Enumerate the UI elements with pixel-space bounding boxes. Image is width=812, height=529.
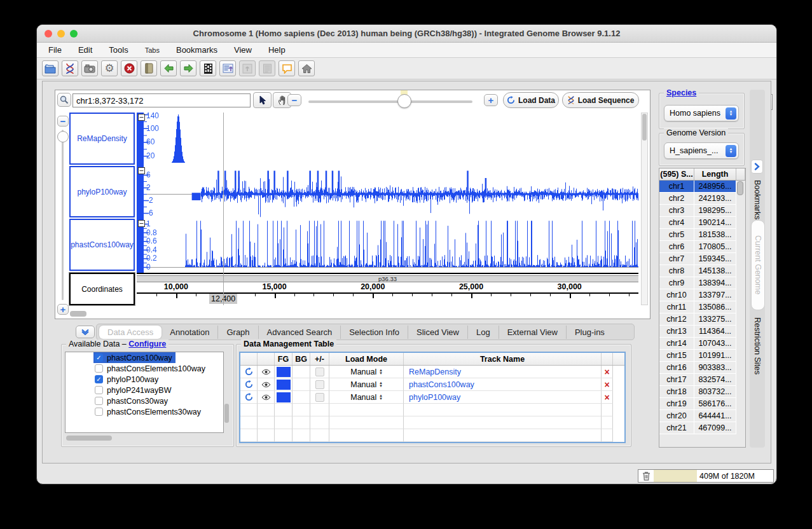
export-track-button[interactable] (219, 60, 236, 76)
sequence-table-scrollbar-thumb[interactable] (737, 181, 743, 195)
refresh-track-button[interactable] (240, 366, 258, 378)
delete-track-button[interactable]: × (602, 366, 613, 378)
menu-help[interactable]: Help (268, 45, 286, 55)
strand-checkbox[interactable] (315, 380, 324, 389)
snapshot-button[interactable] (81, 60, 98, 76)
sequence-row[interactable]: chr6170805... (659, 241, 745, 253)
sequence-row[interactable]: chr1248956... (659, 181, 745, 193)
bg-color-cell[interactable] (292, 391, 310, 404)
home-button[interactable] (298, 60, 315, 76)
tab-sliced-view[interactable]: Sliced View (408, 326, 467, 339)
sequence-row[interactable]: chr12133275... (659, 313, 745, 326)
tab-annotation[interactable]: Annotation (162, 326, 217, 339)
checkbox[interactable] (95, 397, 103, 405)
fg-color-cell[interactable] (275, 378, 292, 391)
checkbox[interactable] (95, 408, 103, 416)
graph-tracks-canvas[interactable] (137, 113, 638, 273)
sequence-row[interactable]: chr7159345... (659, 253, 745, 265)
menu-tabs[interactable]: Tabs (145, 46, 160, 54)
track-name-link[interactable]: ReMapDensity (404, 366, 602, 378)
map-vertical-scrollbar[interactable] (641, 113, 648, 305)
sequence-row[interactable]: chr5181538... (659, 229, 745, 241)
vertical-zoom-thumb[interactable] (57, 131, 69, 142)
toggle-visibility-button[interactable] (258, 378, 275, 391)
tab-external-view[interactable]: External View (499, 326, 566, 339)
menu-file[interactable]: File (48, 45, 62, 55)
checkbox[interactable] (95, 364, 103, 373)
vertical-zoom-track[interactable] (62, 130, 64, 300)
strand-checkbox-cell[interactable] (310, 378, 329, 391)
list-item[interactable]: phastConsElements30way (65, 406, 223, 417)
select-tool-button[interactable] (253, 92, 272, 108)
stop-button[interactable] (121, 60, 137, 76)
refresh-track-button[interactable] (240, 391, 258, 404)
forward-button[interactable] (180, 60, 196, 76)
checkbox[interactable]: ✓ (95, 354, 103, 362)
filmstrip-button[interactable] (200, 60, 216, 76)
tab-log[interactable]: Log (467, 326, 499, 339)
refresh-track-button[interactable] (240, 378, 258, 391)
track-label-phastcons100way[interactable]: phastCons100way (69, 219, 135, 271)
list-item[interactable]: ✓phastCons100way (65, 352, 223, 363)
zoom-in-button[interactable]: + (484, 94, 498, 106)
sequence-row[interactable]: chr18803732... (659, 386, 745, 398)
sequence-row[interactable]: chr19586176... (659, 398, 745, 410)
list-item[interactable]: ✓phyloP100way (65, 374, 223, 385)
map-horizontal-scrollbar-thumb[interactable] (70, 311, 86, 317)
available-data-hscroll-thumb[interactable] (66, 436, 112, 441)
sequence-column-header[interactable]: (595) S... (659, 168, 694, 180)
toggle-visibility-button[interactable] (258, 391, 275, 404)
tab-graph[interactable]: Graph (217, 326, 258, 339)
configure-link[interactable]: Configure (128, 340, 166, 348)
sequence-row[interactable]: chr20644441... (659, 410, 745, 422)
track-label-coordinates[interactable]: Coordinates (69, 273, 135, 305)
zoom-slider-track[interactable] (308, 100, 472, 103)
fg-color-cell[interactable] (275, 366, 292, 378)
collapse-tabs-button[interactable] (76, 326, 95, 338)
search-button[interactable] (57, 93, 71, 107)
sequence-column-header[interactable]: Length (694, 168, 736, 180)
garbage-collect-button[interactable] (638, 471, 654, 481)
sequence-row[interactable]: chr15101991... (659, 350, 745, 362)
location-input[interactable] (72, 93, 251, 107)
tab-selection-info[interactable]: Selection Info (340, 326, 408, 339)
coordinates-track[interactable]: p36.33 10,00015,00020,00025,00030,000 12… (137, 273, 638, 305)
track-name-link[interactable]: phyloP100way (404, 391, 602, 404)
sequence-row[interactable]: chr3198295... (659, 205, 745, 217)
species-link[interactable]: Species (664, 88, 699, 97)
list-item[interactable]: phastConsElements100way (65, 363, 223, 374)
sequence-row[interactable]: chr21467099... (659, 422, 745, 434)
strand-checkbox-cell[interactable] (310, 391, 329, 404)
list-item[interactable]: phyloP241wayBW (65, 385, 223, 395)
menu-bookmarks[interactable]: Bookmarks (176, 45, 217, 55)
track-label-remapdensity[interactable]: ReMapDensity (69, 113, 135, 165)
delete-track-button[interactable]: × (602, 391, 613, 404)
menu-tools[interactable]: Tools (109, 45, 128, 55)
load-data-button[interactable]: Load Data (503, 92, 559, 108)
sequence-row[interactable]: chr8145138... (659, 265, 745, 277)
genome-version-select[interactable]: H_sapiens_... ▲▼ (664, 142, 739, 159)
back-button[interactable] (160, 60, 177, 76)
load-dna-button[interactable] (62, 60, 78, 76)
side-tab-current-genome[interactable]: Current Genome (751, 220, 765, 310)
load-mode-select[interactable]: Manual▴▾ (329, 378, 404, 391)
list-item[interactable]: phastCons30way (65, 395, 223, 406)
strand-checkbox[interactable] (315, 393, 324, 402)
strand-checkbox-cell[interactable] (310, 366, 329, 378)
toggle-visibility-button[interactable] (258, 366, 275, 378)
menu-edit[interactable]: Edit (78, 45, 92, 55)
tab-data-access[interactable]: Data Access (99, 326, 162, 339)
map-vertical-scrollbar-thumb[interactable] (642, 114, 647, 141)
sequence-row[interactable]: chr13114364... (659, 326, 745, 338)
tab-advanced-search[interactable]: Advanced Search (258, 326, 341, 339)
bookmark-book-button[interactable] (141, 60, 157, 76)
bg-color-cell[interactable] (292, 366, 310, 378)
side-tab-restriction-sites[interactable]: Restriction Sites (753, 317, 762, 374)
load-mode-select[interactable]: Manual▴▾ (329, 391, 404, 404)
open-file-button[interactable] (42, 60, 58, 76)
checkbox[interactable] (95, 386, 103, 394)
delete-track-button[interactable]: × (602, 378, 613, 391)
load-sequence-button[interactable]: Load Sequence (562, 92, 639, 108)
available-data-vscroll-thumb[interactable] (224, 404, 229, 423)
feedback-button[interactable] (279, 60, 295, 76)
